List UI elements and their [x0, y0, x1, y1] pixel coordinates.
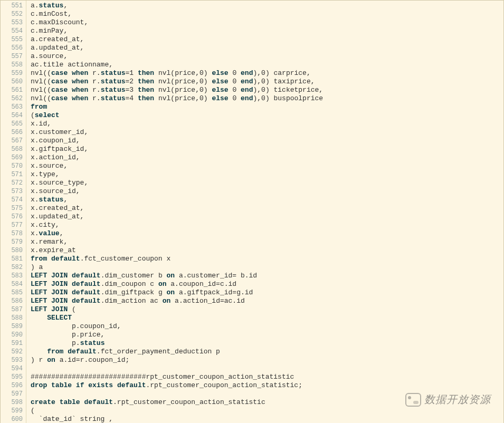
code-line[interactable]: x.action_id,: [31, 153, 503, 162]
line-number: 571: [1, 170, 23, 179]
line-number: 594: [1, 364, 23, 373]
line-number: 554: [1, 27, 23, 35]
line-number: 557: [1, 52, 23, 61]
code-line[interactable]: a.status,: [31, 2, 503, 10]
line-number: 593: [1, 356, 23, 364]
line-number: 563: [1, 103, 23, 111]
code-line[interactable]: ) a: [31, 263, 503, 272]
line-number: 581: [1, 255, 23, 263]
line-number: 584: [1, 280, 23, 289]
code-area[interactable]: a.status,c.minCost,c.maxDiscount,c.minPa…: [26, 1, 503, 423]
code-line[interactable]: p.coupon_id,: [31, 322, 503, 331]
code-line[interactable]: LEFT JOIN default.dim_customer b on a.cu…: [31, 272, 503, 280]
code-line[interactable]: (: [31, 407, 503, 415]
line-number: 596: [1, 381, 23, 390]
code-line[interactable]: x.source_id,: [31, 187, 503, 196]
code-line[interactable]: from default.fct_order_payment_deduction…: [31, 348, 503, 356]
line-number: 564: [1, 111, 23, 120]
line-number: 556: [1, 44, 23, 52]
code-line[interactable]: p.price,: [31, 331, 503, 339]
code-line[interactable]: a.created_at,: [31, 35, 503, 44]
code-line[interactable]: LEFT JOIN default.dim_action ac on a.act…: [31, 297, 503, 305]
line-number-gutter: 5515525535545555565575585595605615625635…: [1, 1, 26, 423]
code-line[interactable]: LEFT JOIN default.dim_giftpack g on a.gi…: [31, 289, 503, 297]
code-line[interactable]: c.minPay,: [31, 27, 503, 35]
code-line[interactable]: ac.title actionname,: [31, 61, 503, 69]
code-line[interactable]: from default.fct_customer_coupon x: [31, 255, 503, 263]
code-line[interactable]: `date_id` string ,: [31, 415, 503, 423]
code-line[interactable]: x.remark,: [31, 238, 503, 246]
line-number: 582: [1, 263, 23, 272]
line-number: 561: [1, 86, 23, 94]
code-line[interactable]: x.expire_at: [31, 246, 503, 255]
code-line[interactable]: x.source,: [31, 162, 503, 170]
line-number: 552: [1, 10, 23, 18]
code-line[interactable]: ) r on a.id=r.coupon_id;: [31, 356, 503, 364]
code-line[interactable]: x.coupon_id,: [31, 137, 503, 145]
code-line[interactable]: LEFT JOIN (: [31, 305, 503, 314]
line-number: 569: [1, 153, 23, 162]
line-number: 587: [1, 305, 23, 314]
code-line[interactable]: c.minCost,: [31, 10, 503, 18]
line-number: 572: [1, 179, 23, 187]
code-line[interactable]: x.customer_id,: [31, 128, 503, 137]
line-number: 570: [1, 162, 23, 170]
code-line[interactable]: nvl((case when r.status=2 then nvl(price…: [31, 78, 503, 86]
code-line[interactable]: x.status,: [31, 196, 503, 204]
code-line[interactable]: x.city,: [31, 221, 503, 229]
code-line[interactable]: ############################rpt_customer…: [31, 373, 503, 381]
code-line[interactable]: nvl((case when r.status=4 then nvl(price…: [31, 94, 503, 103]
code-line[interactable]: [31, 390, 503, 398]
code-line[interactable]: LEFT JOIN default.dim_coupon c on a.coup…: [31, 280, 503, 289]
line-number: 574: [1, 196, 23, 204]
line-number: 597: [1, 390, 23, 398]
line-number: 560: [1, 78, 23, 86]
code-line[interactable]: x.created_at,: [31, 204, 503, 213]
line-number: 585: [1, 289, 23, 297]
line-number: 567: [1, 137, 23, 145]
code-line[interactable]: create table default.rpt_customer_coupon…: [31, 398, 503, 407]
line-number: 592: [1, 348, 23, 356]
line-number: 559: [1, 69, 23, 78]
code-line[interactable]: nvl((case when r.status=1 then nvl(price…: [31, 69, 503, 78]
line-number: 599: [1, 407, 23, 415]
code-line[interactable]: nvl((case when r.status=3 then nvl(price…: [31, 86, 503, 94]
line-number: 579: [1, 238, 23, 246]
code-line[interactable]: from: [31, 103, 503, 111]
line-number: 555: [1, 35, 23, 44]
line-number: 598: [1, 398, 23, 407]
line-number: 568: [1, 145, 23, 153]
code-line[interactable]: SELECT: [31, 314, 503, 322]
line-number: 551: [1, 2, 23, 10]
line-number: 566: [1, 128, 23, 137]
line-number: 600: [1, 415, 23, 423]
line-number: 558: [1, 61, 23, 69]
line-number: 577: [1, 221, 23, 229]
line-number: 576: [1, 213, 23, 221]
line-number: 580: [1, 246, 23, 255]
code-line[interactable]: [31, 364, 503, 373]
line-number: 586: [1, 297, 23, 305]
code-line[interactable]: drop table if exists default.rpt_custome…: [31, 381, 503, 390]
code-line[interactable]: p.status: [31, 339, 503, 348]
code-line[interactable]: x.type,: [31, 170, 503, 179]
code-line[interactable]: x.giftpack_id,: [31, 145, 503, 153]
code-editor: 5515525535545555565575585595605615625635…: [0, 0, 504, 423]
code-line[interactable]: x.value,: [31, 229, 503, 238]
line-number: 562: [1, 94, 23, 103]
code-line[interactable]: c.maxDiscount,: [31, 18, 503, 27]
line-number: 578: [1, 229, 23, 238]
line-number: 553: [1, 18, 23, 27]
line-number: 589: [1, 322, 23, 331]
code-line[interactable]: x.source_type,: [31, 179, 503, 187]
code-line[interactable]: a.source,: [31, 52, 503, 61]
line-number: 573: [1, 187, 23, 196]
code-line[interactable]: (select: [31, 111, 503, 120]
line-number: 575: [1, 204, 23, 213]
line-number: 565: [1, 120, 23, 128]
line-number: 591: [1, 339, 23, 348]
line-number: 583: [1, 272, 23, 280]
code-line[interactable]: x.updated_at,: [31, 213, 503, 221]
code-line[interactable]: x.id,: [31, 120, 503, 128]
code-line[interactable]: a.updated_at,: [31, 44, 503, 52]
